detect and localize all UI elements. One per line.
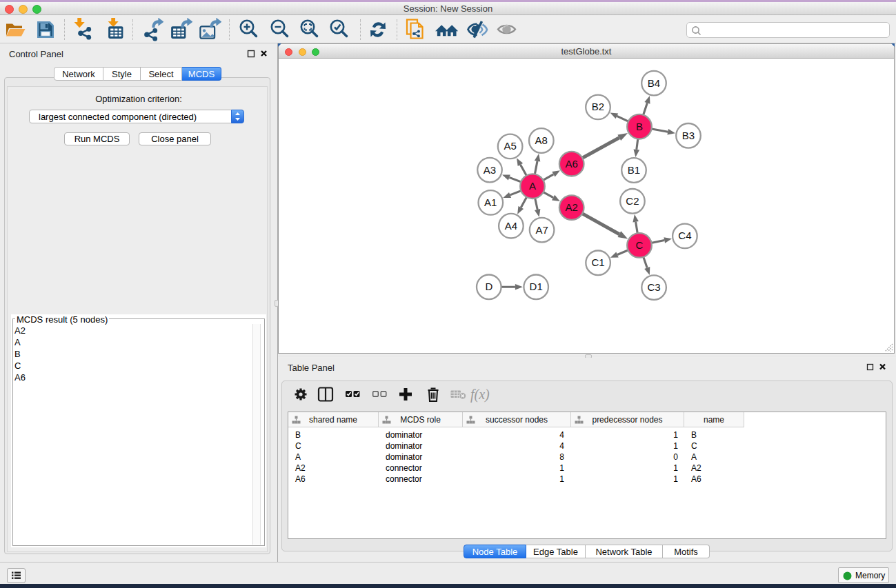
svg-text:A: A bbox=[529, 180, 536, 192]
svg-text:A6: A6 bbox=[566, 158, 578, 170]
svg-text:D: D bbox=[485, 281, 492, 292]
svg-text:A5: A5 bbox=[504, 140, 516, 152]
svg-text:B: B bbox=[636, 121, 643, 132]
svg-text:C4: C4 bbox=[678, 230, 691, 241]
svg-text:C2: C2 bbox=[626, 195, 639, 207]
svg-text:D1: D1 bbox=[530, 281, 543, 292]
svg-text:C1: C1 bbox=[592, 256, 605, 268]
svg-text:A4: A4 bbox=[505, 220, 517, 232]
svg-text:A1: A1 bbox=[484, 196, 497, 208]
svg-text:A3: A3 bbox=[484, 164, 496, 176]
svg-text:C3: C3 bbox=[648, 281, 661, 293]
svg-text:f(x): f(x) bbox=[470, 387, 490, 403]
svg-text:A7: A7 bbox=[535, 224, 548, 236]
svg-text:C: C bbox=[636, 239, 644, 251]
svg-text:B3: B3 bbox=[682, 130, 695, 141]
svg-text:A2: A2 bbox=[566, 201, 578, 213]
svg-text:B1: B1 bbox=[628, 164, 640, 176]
svg-text:B4: B4 bbox=[648, 77, 660, 89]
svg-text:A8: A8 bbox=[535, 134, 548, 146]
svg-text:B2: B2 bbox=[592, 101, 604, 112]
